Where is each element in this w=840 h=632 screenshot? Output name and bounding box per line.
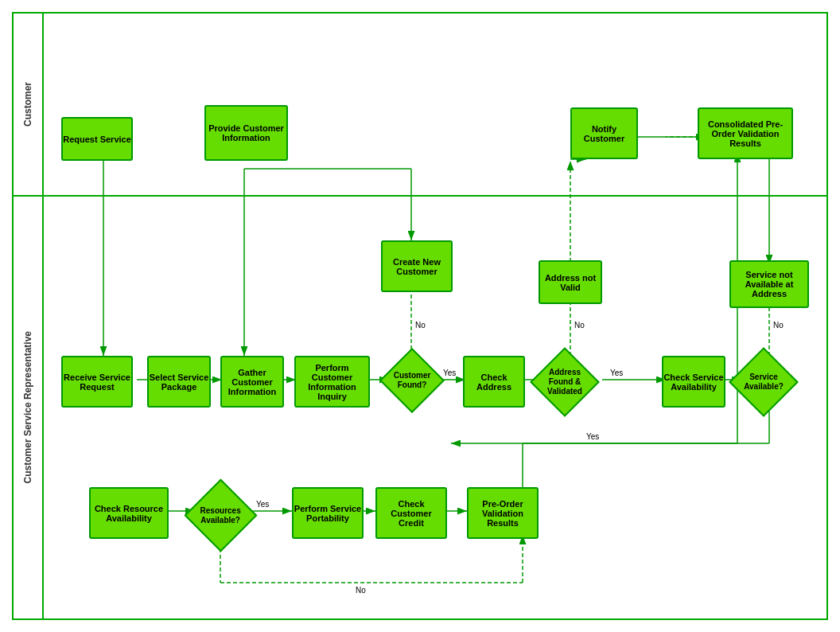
node-pre-order-validation: Pre-Order Validation Results: [467, 487, 539, 539]
lane-csr-label: Customer Service Representative: [14, 197, 44, 618]
node-select-service-package: Select Service Package: [147, 356, 211, 408]
node-check-address: Check Address: [463, 356, 525, 408]
lane-customer: Customer: [14, 14, 826, 197]
diagram-container: Customer Customer Service Representative: [12, 12, 828, 620]
lane-customer-label: Customer: [14, 14, 44, 195]
node-perform-customer-inquiry: Perform Customer Information Inquiry: [294, 356, 370, 408]
node-check-service-availability: Check Service Availability: [662, 356, 725, 408]
node-notify-customer: Notify Customer: [570, 107, 638, 159]
node-check-resource-availability: Check Resource Availability: [89, 487, 169, 539]
node-receive-service-request: Receive Service Request: [61, 356, 133, 408]
node-gather-customer-info: Gather Customer Information: [220, 356, 284, 408]
node-service-not-available: Service not Available at Address: [729, 260, 809, 308]
node-check-customer-credit: Check Customer Credit: [375, 487, 447, 539]
node-consolidated-validation: Consolidated Pre-Order Validation Result…: [698, 107, 793, 159]
node-perform-service-portability: Perform Service Portability: [292, 487, 364, 539]
node-address-not-valid: Address not Valid: [539, 260, 602, 304]
node-request-service: Request Service: [61, 117, 133, 161]
node-provide-customer-info: Provide Customer Information: [204, 105, 288, 161]
node-create-new-customer: Create New Customer: [381, 240, 453, 292]
